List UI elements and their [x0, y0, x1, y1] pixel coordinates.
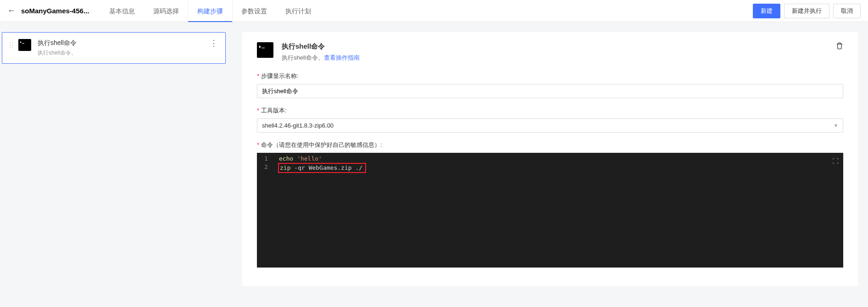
tabs: 基本信息源码选择构建步骤参数设置执行计划	[100, 0, 753, 22]
detail-card: 执行shell命令 执行shell命令。查看操作指南 *步骤显示名称: *工具版…	[242, 32, 858, 286]
tool-version-label: *工具版本:	[257, 106, 843, 115]
tool-version-select[interactable]: shell4.2.46-git1.8.3-zip6.00 ▼	[257, 118, 843, 133]
tab-4[interactable]: 执行计划	[276, 0, 320, 22]
detail-title: 执行shell命令	[282, 42, 360, 51]
page-header: ← soManyGames-456... 基本信息源码选择构建步骤参数设置执行计…	[0, 0, 868, 22]
line-content: zip -qr WebGames.zip ./	[278, 163, 366, 173]
tab-1[interactable]: 源码选择	[144, 0, 188, 22]
detail-desc-text: 执行shell命令。	[282, 54, 324, 61]
line-content: echo 'hello'	[275, 155, 843, 163]
detail-header: 执行shell命令 执行shell命令。查看操作指南	[257, 42, 843, 62]
terminal-icon	[257, 42, 273, 58]
back-arrow-icon[interactable]: ←	[7, 6, 16, 16]
tab-0[interactable]: 基本信息	[100, 0, 144, 22]
tab-2[interactable]: 构建步骤	[188, 0, 232, 22]
step-card-title: 执行shell命令	[38, 39, 210, 47]
code-editor[interactable]: ⛶ 1echo 'hello'2zip -qr WebGames.zip ./	[257, 153, 843, 268]
drag-handle-icon[interactable]	[10, 39, 13, 48]
step-card[interactable]: 执行shell命令 执行shell命令。 ⋮	[2, 32, 226, 64]
step-card-desc: 执行shell命令。	[38, 49, 210, 57]
cancel-button[interactable]: 取消	[833, 4, 861, 18]
tool-version-group: *工具版本: shell4.2.46-git1.8.3-zip6.00 ▼	[257, 106, 843, 133]
code-lines: 1echo 'hello'2zip -qr WebGames.zip ./	[257, 153, 843, 175]
create-button[interactable]: 新建	[753, 4, 780, 18]
step-name-group: *步骤显示名称:	[257, 72, 843, 98]
header-actions: 新建 新建并执行 取消	[753, 4, 861, 18]
line-number: 1	[257, 155, 275, 163]
code-line: 1echo 'hello'	[257, 155, 843, 163]
create-and-run-button[interactable]: 新建并执行	[784, 4, 829, 18]
detail-header-text: 执行shell命令 执行shell命令。查看操作指南	[282, 42, 360, 62]
command-label: *命令（请您在使用中保护好自己的敏感信息）:	[257, 141, 843, 149]
detail-desc: 执行shell命令。查看操作指南	[282, 54, 360, 62]
step-name-label: *步骤显示名称:	[257, 72, 843, 80]
step-info: 执行shell命令 执行shell命令。	[38, 39, 210, 57]
guide-link[interactable]: 查看操作指南	[324, 54, 360, 61]
tool-version-value: shell4.2.46-git1.8.3-zip6.00	[262, 122, 334, 129]
detail-panel: 执行shell命令 执行shell命令。查看操作指南 *步骤显示名称: *工具版…	[226, 32, 868, 307]
line-number: 2	[257, 163, 275, 173]
tab-3[interactable]: 参数设置	[232, 0, 276, 22]
code-line: 2zip -qr WebGames.zip ./	[257, 163, 843, 173]
page-title: soManyGames-456...	[21, 7, 89, 15]
chevron-down-icon: ▼	[834, 123, 838, 128]
step-name-input[interactable]	[257, 84, 843, 98]
terminal-icon	[18, 39, 31, 51]
command-group: *命令（请您在使用中保护好自己的敏感信息）: ⛶ 1echo 'hello'2z…	[257, 141, 843, 268]
more-icon[interactable]: ⋮	[210, 39, 218, 47]
delete-icon[interactable]	[836, 42, 843, 51]
fullscreen-icon[interactable]: ⛶	[832, 157, 839, 165]
steps-panel: 执行shell命令 执行shell命令。 ⋮	[0, 32, 226, 307]
content-area: 执行shell命令 执行shell命令。 ⋮ 执行shell命令 执行shell…	[0, 22, 868, 307]
